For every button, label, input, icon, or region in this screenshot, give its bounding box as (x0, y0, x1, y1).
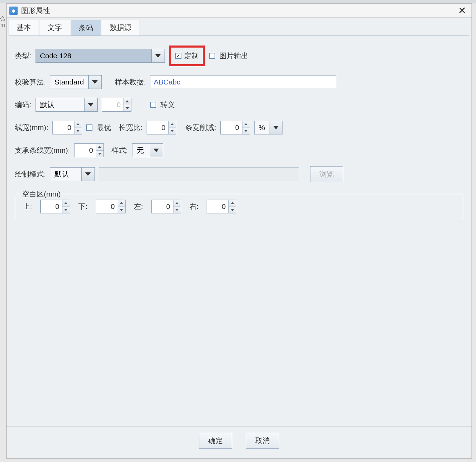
spinner-down-button[interactable] (96, 151, 103, 157)
spinner-up-button[interactable] (229, 200, 236, 207)
label-encoding: 编码: (15, 100, 31, 110)
chevron-up-icon (231, 202, 234, 204)
spinner-up-button[interactable] (62, 200, 70, 207)
aspect-ratio-value: 0 (147, 121, 168, 134)
chevron-up-icon (126, 100, 129, 102)
custom-checkbox[interactable]: ✔ (175, 53, 181, 59)
margin-top-value: 0 (41, 200, 62, 213)
spinner-up-button[interactable] (96, 144, 103, 151)
label-aspect-ratio: 长宽比: (119, 123, 142, 132)
spinner-down-button[interactable] (75, 128, 82, 134)
margin-right-spinner[interactable]: 0 (207, 200, 236, 213)
image-output-checkbox[interactable] (209, 53, 215, 59)
chevron-down-icon (88, 103, 93, 107)
encoding-spinner-value: 0 (102, 98, 123, 111)
encoding-combobox[interactable]: 默认 (36, 98, 98, 112)
type-value: Code 128 (36, 49, 151, 62)
label-escape: 转义 (160, 100, 175, 110)
label-bar-reduction: 条宽削减: (185, 123, 216, 132)
tab-barcode[interactable]: 条码 (71, 20, 101, 36)
barcode-panel: 类型: Code 128 ✔ 定制 图片输出 校验算法: Standard 样本… (9, 36, 469, 424)
spinner-down-button[interactable] (173, 207, 181, 213)
blank-area-legend: 空白区(mm) (20, 189, 63, 199)
label-line-width: 线宽(mm): (15, 123, 48, 132)
label-image-output: 图片输出 (219, 51, 248, 61)
chevron-up-icon (175, 202, 179, 204)
spinner-up-button[interactable] (242, 121, 250, 128)
sample-data-input[interactable]: ABCabc (150, 75, 336, 89)
margin-bottom-spinner[interactable]: 0 (96, 200, 126, 213)
chevron-down-icon (244, 130, 248, 132)
background-toolbar-fragment (0, 0, 476, 3)
escape-checkbox[interactable] (150, 102, 156, 108)
aspect-ratio-spinner[interactable]: 0 (147, 121, 176, 134)
label-render-mode: 绘制模式: (15, 169, 46, 179)
style-combobox[interactable]: 无 (132, 143, 163, 157)
spinner-down-button[interactable] (124, 105, 131, 112)
label-margin-right: 右: (189, 202, 199, 211)
spinner-down-button[interactable] (62, 207, 70, 213)
chevron-down-icon (120, 209, 123, 211)
bar-reduction-value: 0 (221, 121, 242, 134)
chevron-up-icon (64, 202, 68, 204)
algorithm-combobox[interactable]: Standard (50, 75, 102, 89)
chevron-down-icon (231, 209, 234, 211)
spinner-up-button[interactable] (169, 121, 176, 128)
render-mode-combobox[interactable]: 默认 (50, 167, 95, 181)
bar-reduction-unit-combobox[interactable]: % (254, 121, 283, 134)
chevron-down-icon (273, 126, 279, 129)
encoding-dropdown-button[interactable] (84, 98, 97, 111)
bearer-width-spinner[interactable]: 0 (74, 143, 104, 157)
render-mode-dropdown-button[interactable] (81, 168, 95, 181)
window-title: 图形属性 (21, 6, 455, 16)
chevron-down-icon (175, 209, 179, 211)
line-width-spinner[interactable]: 0 (52, 121, 82, 134)
tab-basic[interactable]: 基本 (9, 20, 39, 36)
close-button[interactable]: ✕ (455, 5, 469, 16)
custom-highlight-frame: ✔ 定制 (169, 46, 205, 66)
chevron-down-icon (126, 107, 129, 109)
spinner-down-button[interactable] (118, 207, 125, 213)
spinner-up-button[interactable] (75, 121, 82, 128)
chevron-up-icon (76, 123, 80, 125)
cancel-button[interactable]: 取消 (246, 433, 279, 449)
encoding-spinner[interactable]: 0 (102, 98, 131, 112)
line-width-value: 0 (53, 121, 74, 134)
spinner-down-button[interactable] (169, 128, 176, 134)
spinner-down-button[interactable] (242, 128, 250, 134)
optimal-checkbox[interactable] (86, 124, 92, 131)
app-icon: ◆ (9, 7, 18, 15)
style-dropdown-button[interactable] (150, 144, 163, 157)
bar-reduction-unit-value: % (255, 121, 269, 134)
chevron-down-icon (153, 149, 159, 152)
spinner-up-button[interactable] (173, 200, 181, 207)
spinner-down-button[interactable] (229, 207, 236, 213)
label-custom: 定制 (184, 51, 199, 61)
label-type: 类型: (15, 51, 31, 61)
spinner-up-button[interactable] (124, 98, 131, 105)
ok-button[interactable]: 确定 (199, 433, 232, 449)
label-bearer-width: 支承条线宽(mm): (15, 145, 70, 155)
browse-button[interactable]: 浏览 (310, 166, 343, 182)
tab-text[interactable]: 文字 (40, 20, 70, 36)
chevron-up-icon (120, 202, 123, 204)
type-combobox[interactable]: Code 128 (36, 49, 165, 63)
spinner-up-button[interactable] (118, 200, 125, 207)
bar-reduction-spinner[interactable]: 0 (220, 121, 250, 134)
bearer-width-value: 0 (75, 144, 96, 157)
unit-dropdown-button[interactable] (269, 121, 282, 134)
tab-datasource[interactable]: 数据源 (102, 20, 139, 36)
encoding-value: 默认 (36, 98, 84, 111)
left-ruler-fragment: 命 m (0, 16, 6, 37)
margin-left-spinner[interactable]: 0 (151, 200, 181, 213)
margin-top-spinner[interactable]: 0 (40, 200, 70, 213)
chevron-down-icon (76, 130, 80, 132)
chevron-up-icon (244, 123, 248, 125)
margin-left-value: 0 (152, 200, 173, 213)
tab-bar: 基本 文字 条码 数据源 (7, 18, 472, 36)
chevron-down-icon (64, 209, 68, 211)
type-dropdown-button[interactable] (151, 49, 165, 62)
algorithm-dropdown-button[interactable] (88, 76, 101, 89)
titlebar: ◆ 图形属性 ✕ (7, 4, 472, 18)
label-style: 样式: (111, 145, 128, 155)
